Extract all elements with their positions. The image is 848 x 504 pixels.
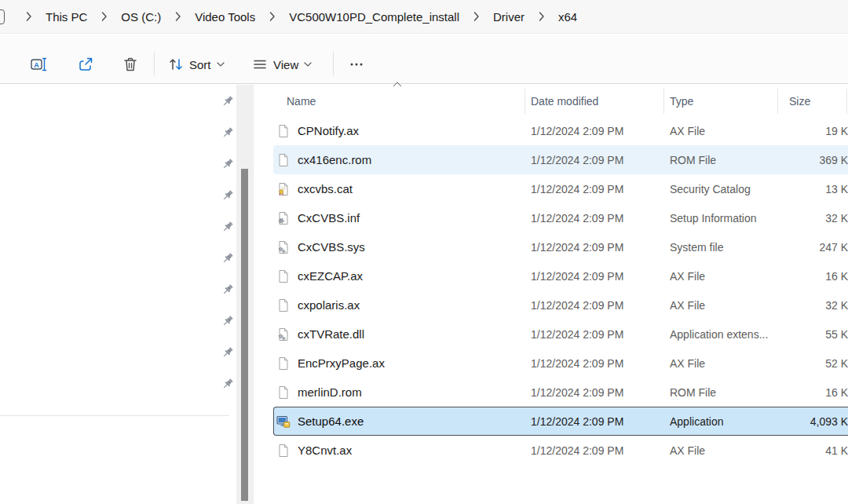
file-name: EncPrxyPage.ax: [298, 356, 385, 370]
file-type: System file: [663, 241, 777, 254]
breadcrumb-item[interactable]: This PC: [38, 8, 94, 26]
file-date-modified: 1/12/2024 2:09 PM: [525, 299, 663, 312]
file-size: 4,093 K: [777, 415, 848, 428]
file-date-modified: 1/12/2024 2:09 PM: [525, 241, 663, 254]
file-name: cxTVRate.dll: [298, 327, 364, 341]
file-size: 369 K: [777, 154, 848, 166]
file-row[interactable]: CPNotify.ax1/12/2024 2:09 PMAX File19 K: [273, 116, 848, 145]
column-separator[interactable]: [663, 89, 664, 114]
file-date-modified: 1/12/2024 2:09 PM: [525, 125, 663, 137]
scrollbar-thumb[interactable]: [241, 169, 248, 501]
file-row[interactable]: cxEZCAP.ax1/12/2024 2:09 PMAX File16 K: [273, 261, 848, 290]
more-options-button[interactable]: [343, 51, 370, 78]
file-size: 19 K: [777, 125, 848, 137]
column-header-name[interactable]: Name: [273, 95, 525, 108]
file-name-cell: Setup64.exe: [273, 415, 525, 429]
column-header-type[interactable]: Type: [663, 95, 777, 108]
security-catalog-icon: [276, 182, 291, 196]
file-date-modified: 1/12/2024 2:09 PM: [525, 212, 663, 225]
file-row[interactable]: Setup64.exe1/12/2024 2:09 PMApplication4…: [273, 407, 848, 436]
breadcrumb-item[interactable]: VC500W10PD_Complete_install: [282, 8, 466, 26]
rename-button[interactable]: A: [25, 51, 52, 78]
file-size: 55 K: [777, 328, 848, 341]
file-name-cell: Y8Cnvt.ax: [273, 444, 525, 458]
column-separator[interactable]: [525, 89, 525, 114]
pushpin-icon[interactable]: [221, 95, 235, 109]
file-row[interactable]: cxTVRate.dll1/12/2024 2:09 PMApplication…: [273, 320, 848, 349]
sort-arrows-icon: [168, 57, 184, 72]
file-name: CPNotify.ax: [298, 124, 359, 137]
document-icon: [276, 124, 291, 138]
list-lines-icon: [252, 57, 268, 72]
column-header-date-modified[interactable]: Date modified: [525, 95, 663, 108]
toolbar-separator: [154, 52, 155, 75]
pushpin-icon[interactable]: [221, 221, 235, 235]
file-size: 16 K: [777, 270, 848, 283]
column-separator[interactable]: [846, 89, 847, 114]
sort-ascending-caret-icon: [393, 82, 402, 87]
pushpin-icon[interactable]: [221, 126, 235, 141]
file-date-modified: 1/12/2024 2:09 PM: [525, 328, 663, 341]
column-header-size[interactable]: Size: [777, 95, 848, 108]
file-row[interactable]: Y8Cnvt.ax1/12/2024 2:09 PMAX File41 K: [273, 436, 848, 465]
file-type: AX File: [663, 270, 777, 283]
file-name: cxpolaris.ax: [298, 298, 360, 312]
document-icon: [276, 444, 291, 458]
file-row[interactable]: cxcvbs.cat1/12/2024 2:09 PMSecurity Cata…: [273, 174, 848, 203]
sort-label: Sort: [189, 58, 211, 71]
file-name-cell: CxCVBS.inf: [273, 211, 525, 225]
breadcrumb-item[interactable]: x64: [551, 8, 584, 26]
navigation-divider: [0, 415, 229, 416]
breadcrumb-item[interactable]: OS (C:): [114, 8, 168, 26]
pushpin-icon[interactable]: [221, 252, 235, 266]
file-row[interactable]: CxCVBS.inf1/12/2024 2:09 PMSetup Informa…: [273, 203, 848, 232]
chevron-right-icon: [94, 12, 114, 21]
file-name: merlinD.rom: [298, 385, 362, 399]
delete-button[interactable]: [117, 51, 144, 78]
file-size: 32 K: [777, 212, 848, 225]
chevron-right-icon: [19, 12, 38, 21]
file-size: 32 K: [777, 299, 848, 312]
file-row[interactable]: cx416enc.rom1/12/2024 2:09 PMROM File369…: [273, 145, 848, 174]
setup-information-icon: [276, 211, 291, 225]
navigation-scrollbar[interactable]: [236, 85, 253, 504]
view-button[interactable]: View: [247, 51, 316, 78]
share-button[interactable]: [72, 51, 99, 78]
pushpin-icon[interactable]: [221, 189, 235, 203]
file-date-modified: 1/12/2024 2:09 PM: [525, 357, 663, 370]
pushpin-icon[interactable]: [221, 378, 235, 392]
chevron-down-icon: [217, 62, 225, 67]
chevron-right-icon: [532, 12, 551, 21]
column-separator[interactable]: [777, 89, 778, 114]
file-size: 13 K: [777, 183, 848, 195]
file-name-cell: CPNotify.ax: [273, 124, 525, 138]
system-file-icon: [276, 327, 291, 341]
file-row[interactable]: EncPrxyPage.ax1/12/2024 2:09 PMAX File52…: [273, 349, 848, 378]
file-name: cx416enc.rom: [298, 153, 371, 166]
address-partial-icon: [0, 9, 5, 24]
file-size: 41 K: [777, 444, 848, 457]
pushpin-icon[interactable]: [221, 315, 235, 329]
document-icon: [276, 356, 291, 371]
pushpin-icon[interactable]: [221, 283, 235, 298]
file-row[interactable]: cxpolaris.ax1/12/2024 2:09 PMAX File32 K: [273, 290, 848, 320]
file-name-cell: cxpolaris.ax: [273, 298, 525, 312]
file-type: Application extens...: [663, 328, 777, 341]
file-name: CxCVBS.inf: [298, 211, 360, 225]
pushpin-icon[interactable]: [221, 158, 235, 172]
sort-button[interactable]: Sort: [163, 51, 229, 78]
breadcrumb-item[interactable]: Driver: [486, 8, 532, 26]
application-icon: [276, 415, 291, 429]
file-name-cell: EncPrxyPage.ax: [273, 356, 525, 371]
file-type: AX File: [663, 125, 777, 137]
file-row[interactable]: merlinD.rom1/12/2024 2:09 PMROM File16 K: [273, 378, 848, 407]
breadcrumb-item[interactable]: Video Tools: [188, 8, 262, 26]
more-options-icon: [348, 56, 365, 73]
file-name-cell: cxEZCAP.ax: [273, 269, 525, 283]
chevron-down-icon: [304, 62, 312, 67]
file-row[interactable]: CxCVBS.sys1/12/2024 2:09 PMSystem file24…: [273, 232, 848, 261]
file-type: ROM File: [663, 386, 777, 399]
pushpin-icon[interactable]: [221, 346, 235, 360]
address-bar: This PCOS (C:)Video ToolsVC500W10PD_Comp…: [0, 0, 848, 34]
file-size: 247 K: [777, 241, 848, 254]
